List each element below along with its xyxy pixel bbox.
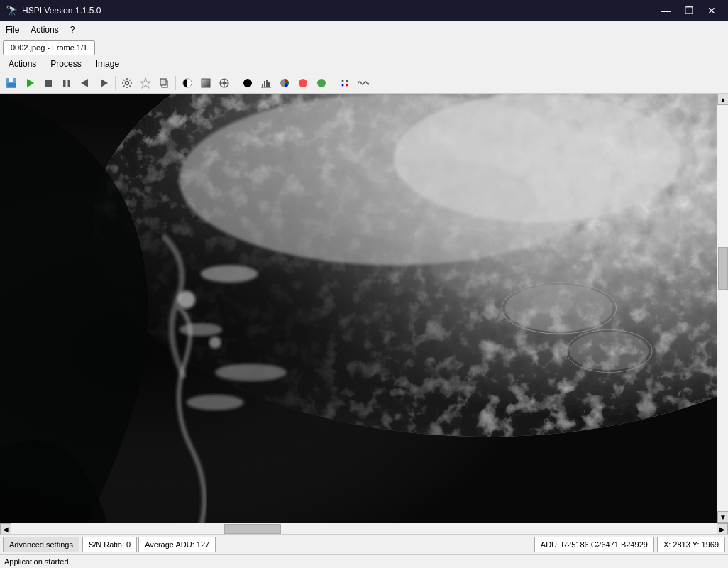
pause-button[interactable] xyxy=(58,75,75,92)
xy-position-field: X: 2813 Y: 1969 xyxy=(657,537,725,552)
stop-button[interactable] xyxy=(40,75,57,92)
prev-button[interactable] xyxy=(77,75,94,92)
gear-icon xyxy=(121,77,133,89)
filter-icon xyxy=(219,77,230,89)
scroll-track-horizontal[interactable] xyxy=(11,523,717,534)
dots-button[interactable] xyxy=(336,75,353,92)
menu2-image[interactable]: Image xyxy=(90,58,125,70)
svg-rect-6 xyxy=(68,80,71,87)
svg-point-29 xyxy=(317,79,326,87)
svg-rect-2 xyxy=(7,83,16,87)
scroll-track-vertical[interactable] xyxy=(717,105,728,511)
tab-bar: 0002.jpeg - Frame 1/1 xyxy=(0,38,728,55)
darkframe-button[interactable] xyxy=(179,75,196,92)
filter-button[interactable] xyxy=(216,75,233,92)
title-bar-controls: — ❐ ✕ xyxy=(656,3,722,18)
menu-help[interactable]: ? xyxy=(65,21,81,38)
sn-ratio-field: S/N Ratio: 0 xyxy=(82,537,137,552)
svg-point-46 xyxy=(179,323,222,336)
main-area: ▲ ▼ xyxy=(0,94,728,523)
copy-icon xyxy=(158,77,170,89)
gradient-icon xyxy=(200,77,211,89)
status-bar: Advanced settings S/N Ratio: 0 Average A… xyxy=(0,534,728,554)
toolbar-sep4 xyxy=(333,76,333,90)
svg-rect-12 xyxy=(160,79,166,85)
svg-rect-5 xyxy=(63,80,66,87)
main-tab[interactable]: 0002.jpeg - Frame 1/1 xyxy=(3,40,95,55)
right-scrollbar: ▲ ▼ xyxy=(717,94,728,523)
svg-point-32 xyxy=(342,84,344,86)
status-right: ADU: R25186 G26471 B24929 X: 2813 Y: 196… xyxy=(533,537,725,552)
svg-rect-14 xyxy=(202,79,210,87)
next-button[interactable] xyxy=(95,75,112,92)
star-button[interactable] xyxy=(137,75,154,92)
svg-marker-10 xyxy=(140,78,150,88)
svg-point-28 xyxy=(299,79,307,87)
menu-bar: File Actions ? xyxy=(0,21,728,38)
svg-point-9 xyxy=(126,81,129,84)
svg-point-52 xyxy=(430,231,573,300)
menu2-actions[interactable]: Actions xyxy=(3,58,42,70)
circle-button[interactable] xyxy=(239,75,256,92)
svg-marker-7 xyxy=(81,79,88,87)
image-container xyxy=(0,94,717,523)
copy-button[interactable] xyxy=(155,75,172,92)
scroll-left-arrow[interactable]: ◀ xyxy=(0,523,11,535)
colorwheel1-button[interactable] xyxy=(276,75,293,92)
svg-point-16 xyxy=(223,81,226,84)
minimize-button[interactable]: — xyxy=(656,3,677,18)
svg-rect-24 xyxy=(266,80,268,87)
svg-point-30 xyxy=(342,80,344,82)
color3-button[interactable] xyxy=(313,75,330,92)
menu-actions[interactable]: Actions xyxy=(25,21,64,38)
svg-point-31 xyxy=(346,80,348,82)
settings-button[interactable] xyxy=(118,75,136,92)
gradient-button[interactable] xyxy=(197,75,214,92)
histogram-button[interactable] xyxy=(258,75,275,92)
colorwheel1-icon xyxy=(279,77,290,89)
adu-values-field: ADU: R25186 G26471 B24929 xyxy=(534,537,654,552)
dots-icon xyxy=(339,77,351,89)
average-adu-field: Average ADU: 127 xyxy=(138,537,216,552)
svg-point-43 xyxy=(570,332,649,370)
maximize-button[interactable]: ❐ xyxy=(678,3,700,18)
title-bar: 🔭 HSPI Version 1.1.5.0 — ❐ ✕ xyxy=(0,0,728,21)
menu2-process[interactable]: Process xyxy=(45,58,87,70)
save-icon xyxy=(6,77,17,89)
scroll-down-arrow[interactable]: ▼ xyxy=(717,511,728,523)
svg-rect-23 xyxy=(264,81,265,87)
svg-point-41 xyxy=(530,293,573,315)
stop-icon xyxy=(43,77,54,89)
toolbar xyxy=(0,72,728,94)
svg-marker-8 xyxy=(101,79,108,87)
svg-rect-22 xyxy=(262,84,263,87)
svg-point-49 xyxy=(177,290,195,308)
darkframe-icon xyxy=(182,77,193,89)
red-icon xyxy=(297,77,309,89)
app-icon: 🔭 xyxy=(6,5,18,16)
color2-button[interactable] xyxy=(294,75,311,92)
svg-point-45 xyxy=(201,266,258,283)
scroll-up-arrow[interactable]: ▲ xyxy=(717,94,728,105)
bottom-scrollbar: ◀ ▶ xyxy=(0,523,728,534)
app-started-text: Application started. xyxy=(4,557,71,566)
svg-point-51 xyxy=(323,158,538,244)
toolbar-sep1 xyxy=(115,76,116,90)
scroll-thumb-vertical[interactable] xyxy=(718,247,728,290)
title-bar-left: 🔭 HSPI Version 1.1.5.0 xyxy=(6,5,101,16)
scroll-right-arrow[interactable]: ▶ xyxy=(717,523,728,535)
circle-icon xyxy=(242,77,253,89)
play-icon xyxy=(24,77,35,89)
advanced-settings-button[interactable]: Advanced settings xyxy=(3,537,79,552)
menu-file[interactable]: File xyxy=(0,21,25,38)
svg-rect-4 xyxy=(45,80,52,87)
scroll-thumb-horizontal[interactable] xyxy=(224,524,281,534)
save-button[interactable] xyxy=(3,75,20,92)
svg-rect-25 xyxy=(268,82,270,87)
svg-marker-3 xyxy=(27,79,34,87)
close-button[interactable]: ✕ xyxy=(701,3,722,18)
wave-button[interactable] xyxy=(355,75,372,92)
play-button[interactable] xyxy=(21,75,38,92)
app-started-bar: Application started. xyxy=(0,554,728,568)
svg-rect-1 xyxy=(9,78,13,82)
